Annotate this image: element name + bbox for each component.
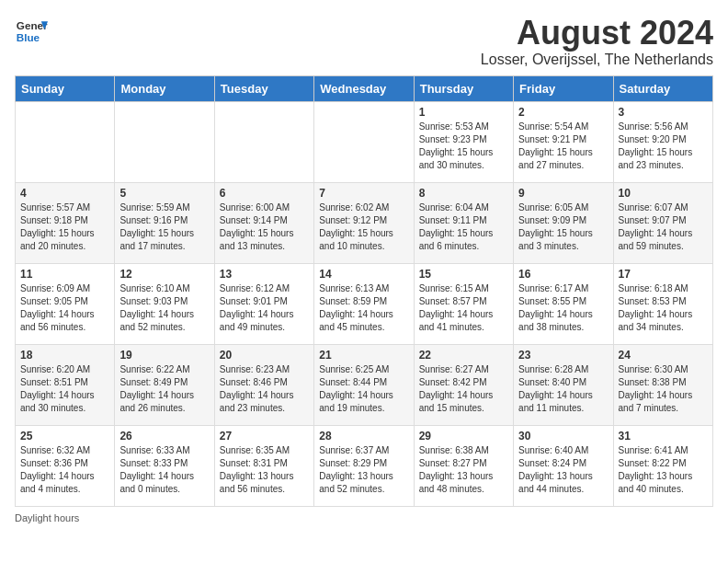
calendar-cell: 24Sunrise: 6:30 AMSunset: 8:38 PMDayligh…	[613, 344, 712, 425]
calendar-cell	[16, 101, 115, 182]
calendar-cell: 11Sunrise: 6:09 AMSunset: 9:05 PMDayligh…	[16, 263, 115, 344]
day-info: Sunrise: 5:57 AMSunset: 9:18 PMDaylight:…	[20, 201, 109, 253]
day-info: Sunrise: 6:13 AMSunset: 8:59 PMDaylight:…	[319, 282, 408, 334]
logo-icon: General Blue	[15, 15, 48, 48]
calendar-cell: 6Sunrise: 6:00 AMSunset: 9:14 PMDaylight…	[214, 182, 313, 263]
day-number: 27	[220, 430, 309, 442]
day-number: 5	[119, 187, 209, 200]
day-number: 31	[619, 430, 708, 442]
day-info: Sunrise: 6:09 AMSunset: 9:05 PMDaylight:…	[20, 282, 109, 334]
day-info: Sunrise: 6:30 AMSunset: 8:38 PMDaylight:…	[619, 363, 708, 415]
day-number: 2	[518, 106, 608, 119]
day-number: 15	[419, 268, 508, 281]
calendar-cell: 4Sunrise: 5:57 AMSunset: 9:18 PMDaylight…	[16, 182, 115, 263]
calendar-cell: 14Sunrise: 6:13 AMSunset: 8:59 PMDayligh…	[314, 263, 414, 344]
col-header-sunday: Sunday	[16, 75, 115, 101]
subtitle: Losser, Overijssel, The Netherlands	[481, 52, 713, 68]
day-info: Sunrise: 6:40 AMSunset: 8:24 PMDaylight:…	[518, 444, 608, 496]
calendar-cell: 15Sunrise: 6:15 AMSunset: 8:57 PMDayligh…	[414, 263, 513, 344]
col-header-wednesday: Wednesday	[314, 75, 414, 101]
calendar-week-5: 25Sunrise: 6:32 AMSunset: 8:36 PMDayligh…	[16, 425, 713, 506]
day-number: 20	[220, 349, 309, 362]
day-number: 9	[518, 187, 608, 200]
day-number: 19	[119, 349, 209, 362]
day-number: 25	[20, 430, 109, 442]
day-number: 12	[119, 268, 209, 281]
col-header-friday: Friday	[514, 75, 613, 101]
calendar-cell: 7Sunrise: 6:02 AMSunset: 9:12 PMDaylight…	[314, 182, 414, 263]
calendar-cell: 23Sunrise: 6:28 AMSunset: 8:40 PMDayligh…	[514, 344, 613, 425]
col-header-tuesday: Tuesday	[214, 75, 313, 101]
title-area: August 2024 Losser, Overijssel, The Neth…	[481, 15, 713, 68]
day-info: Sunrise: 6:38 AMSunset: 8:27 PMDaylight:…	[419, 444, 508, 496]
day-info: Sunrise: 6:20 AMSunset: 8:51 PMDaylight:…	[20, 363, 109, 415]
calendar-cell: 22Sunrise: 6:27 AMSunset: 8:42 PMDayligh…	[414, 344, 513, 425]
day-number: 18	[20, 349, 109, 362]
calendar-week-3: 11Sunrise: 6:09 AMSunset: 9:05 PMDayligh…	[16, 263, 713, 344]
calendar-cell: 25Sunrise: 6:32 AMSunset: 8:36 PMDayligh…	[16, 425, 115, 506]
day-info: Sunrise: 6:05 AMSunset: 9:09 PMDaylight:…	[518, 201, 608, 253]
day-info: Sunrise: 6:23 AMSunset: 8:46 PMDaylight:…	[220, 363, 309, 415]
calendar-cell	[314, 101, 414, 182]
day-info: Sunrise: 6:02 AMSunset: 9:12 PMDaylight:…	[319, 201, 408, 253]
calendar-cell: 13Sunrise: 6:12 AMSunset: 9:01 PMDayligh…	[214, 263, 313, 344]
day-info: Sunrise: 5:53 AMSunset: 9:23 PMDaylight:…	[419, 121, 508, 172]
col-header-saturday: Saturday	[613, 75, 712, 101]
main-title: August 2024	[481, 15, 713, 52]
day-number: 14	[319, 268, 408, 281]
calendar-cell: 8Sunrise: 6:04 AMSunset: 9:11 PMDaylight…	[414, 182, 513, 263]
calendar-cell: 2Sunrise: 5:54 AMSunset: 9:21 PMDaylight…	[514, 101, 613, 182]
footer-note: Daylight hours	[15, 512, 713, 523]
day-number: 26	[119, 430, 209, 442]
calendar-cell	[115, 101, 214, 182]
day-info: Sunrise: 6:28 AMSunset: 8:40 PMDaylight:…	[518, 363, 608, 415]
day-info: Sunrise: 6:33 AMSunset: 8:33 PMDaylight:…	[119, 444, 209, 496]
calendar-cell: 28Sunrise: 6:37 AMSunset: 8:29 PMDayligh…	[314, 425, 414, 506]
day-info: Sunrise: 6:07 AMSunset: 9:07 PMDaylight:…	[619, 201, 708, 253]
calendar-cell: 9Sunrise: 6:05 AMSunset: 9:09 PMDaylight…	[514, 182, 613, 263]
calendar-week-1: 1Sunrise: 5:53 AMSunset: 9:23 PMDaylight…	[16, 101, 713, 182]
calendar-cell: 21Sunrise: 6:25 AMSunset: 8:44 PMDayligh…	[314, 344, 414, 425]
calendar-cell: 18Sunrise: 6:20 AMSunset: 8:51 PMDayligh…	[16, 344, 115, 425]
day-number: 7	[319, 187, 408, 200]
day-number: 24	[619, 349, 708, 362]
calendar-cell: 29Sunrise: 6:38 AMSunset: 8:27 PMDayligh…	[414, 425, 513, 506]
day-number: 6	[220, 187, 309, 200]
day-number: 29	[419, 430, 508, 442]
calendar-cell: 17Sunrise: 6:18 AMSunset: 8:53 PMDayligh…	[613, 263, 712, 344]
day-info: Sunrise: 6:27 AMSunset: 8:42 PMDaylight:…	[419, 363, 508, 415]
day-info: Sunrise: 6:18 AMSunset: 8:53 PMDaylight:…	[619, 282, 708, 334]
calendar-cell: 5Sunrise: 5:59 AMSunset: 9:16 PMDaylight…	[115, 182, 214, 263]
calendar-cell	[214, 101, 313, 182]
calendar-week-2: 4Sunrise: 5:57 AMSunset: 9:18 PMDaylight…	[16, 182, 713, 263]
day-info: Sunrise: 6:37 AMSunset: 8:29 PMDaylight:…	[319, 444, 408, 496]
day-number: 17	[619, 268, 708, 281]
day-info: Sunrise: 6:32 AMSunset: 8:36 PMDaylight:…	[20, 444, 109, 496]
calendar-cell: 19Sunrise: 6:22 AMSunset: 8:49 PMDayligh…	[115, 344, 214, 425]
day-info: Sunrise: 6:25 AMSunset: 8:44 PMDaylight:…	[319, 363, 408, 415]
calendar-cell: 1Sunrise: 5:53 AMSunset: 9:23 PMDaylight…	[414, 101, 513, 182]
day-info: Sunrise: 6:15 AMSunset: 8:57 PMDaylight:…	[419, 282, 508, 334]
day-info: Sunrise: 5:54 AMSunset: 9:21 PMDaylight:…	[518, 121, 608, 172]
day-number: 1	[419, 106, 508, 119]
calendar-cell: 20Sunrise: 6:23 AMSunset: 8:46 PMDayligh…	[214, 344, 313, 425]
day-info: Sunrise: 6:35 AMSunset: 8:31 PMDaylight:…	[220, 444, 309, 496]
calendar-cell: 10Sunrise: 6:07 AMSunset: 9:07 PMDayligh…	[613, 182, 712, 263]
col-header-thursday: Thursday	[414, 75, 513, 101]
day-info: Sunrise: 6:10 AMSunset: 9:03 PMDaylight:…	[119, 282, 209, 334]
day-info: Sunrise: 6:04 AMSunset: 9:11 PMDaylight:…	[419, 201, 508, 253]
day-number: 13	[220, 268, 309, 281]
day-number: 11	[20, 268, 109, 281]
day-number: 28	[319, 430, 408, 442]
day-number: 10	[619, 187, 708, 200]
day-number: 30	[518, 430, 608, 442]
header: General Blue August 2024 Losser, Overijs…	[15, 15, 713, 68]
day-number: 16	[518, 268, 608, 281]
day-number: 3	[619, 106, 708, 119]
calendar-cell: 3Sunrise: 5:56 AMSunset: 9:20 PMDaylight…	[613, 101, 712, 182]
day-info: Sunrise: 6:17 AMSunset: 8:55 PMDaylight:…	[518, 282, 608, 334]
day-number: 22	[419, 349, 508, 362]
day-number: 23	[518, 349, 608, 362]
calendar-cell: 26Sunrise: 6:33 AMSunset: 8:33 PMDayligh…	[115, 425, 214, 506]
day-number: 8	[419, 187, 508, 200]
